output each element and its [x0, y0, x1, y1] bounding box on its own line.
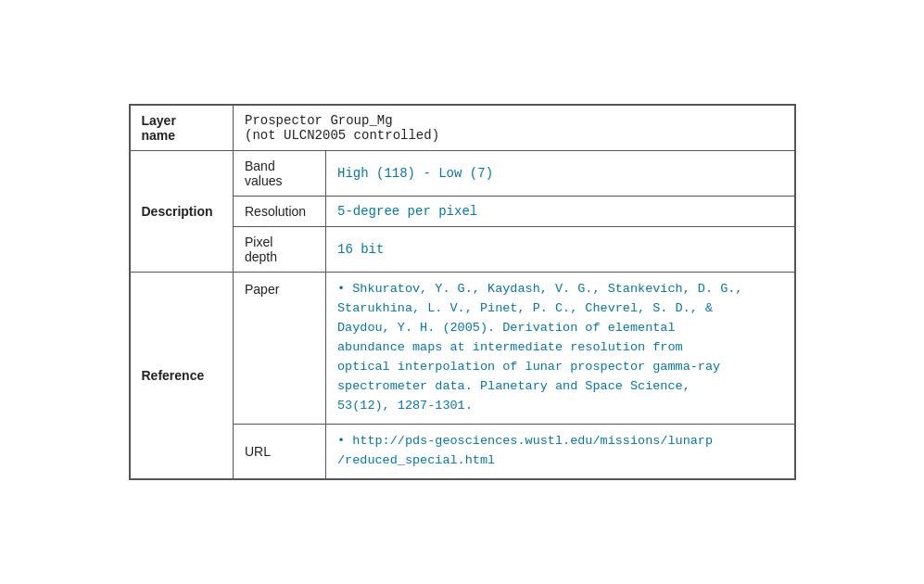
pixel-depth-label: Pixel depth — [234, 227, 326, 273]
layer-name-label: Layername — [130, 106, 234, 151]
layer-name-value: Prospector Group_Mg (not ULCN2005 contro… — [234, 106, 795, 151]
paper-row: Reference Paper • Shkuratov, Y. G., Kayd… — [130, 273, 794, 424]
paper-value: • Shkuratov, Y. G., Kaydash, V. G., Stan… — [326, 273, 795, 424]
pixel-depth-value: 16 bit — [326, 227, 795, 273]
description-label: Description — [130, 151, 234, 273]
layer-name-row: Layername Prospector Group_Mg (not ULCN2… — [130, 106, 794, 151]
resolution-label: Resolution — [234, 197, 326, 227]
url-label: URL — [234, 424, 326, 478]
info-table: Layername Prospector Group_Mg (not ULCN2… — [129, 104, 796, 479]
band-values-row: Description Band values High (118) - Low… — [130, 151, 794, 197]
band-values-value: High (118) - Low (7) — [326, 151, 795, 197]
paper-label: Paper — [234, 273, 326, 424]
band-values-label: Band values — [234, 151, 326, 197]
reference-label: Reference — [130, 273, 234, 478]
resolution-value: 5-degree per pixel — [326, 197, 795, 227]
url-value: • http://pds-geosciences.wustl.edu/missi… — [326, 424, 795, 478]
